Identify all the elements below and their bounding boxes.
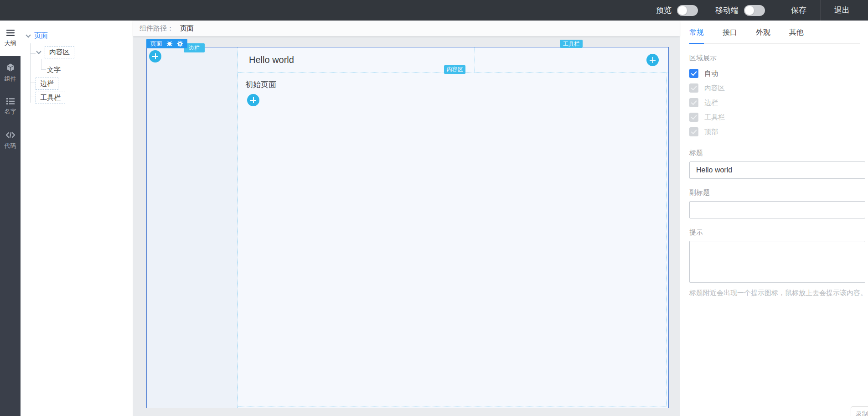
record-button[interactable]: 录制 <box>851 406 868 416</box>
tab-api[interactable]: 接口 <box>723 28 737 37</box>
title-field-label: 标题 <box>689 149 860 157</box>
code-icon <box>5 131 16 139</box>
inspector-panel: 常规 接口 外观 其他 区域展示 自动 内容区 边栏 工具栏 <box>680 21 868 416</box>
tree-node-label[interactable]: 工具栏 <box>36 92 65 104</box>
breadcrumb-label: 组件路径： <box>140 24 174 33</box>
tree-node-text[interactable]: 文字 <box>46 64 62 76</box>
sidebar-tag-label: 边栏 <box>189 44 200 52</box>
checkbox-label: 内容区 <box>704 84 725 93</box>
checkbox-row-sidebar: 边栏 <box>689 98 860 107</box>
tree-node-page[interactable]: 页面 <box>26 31 48 40</box>
header-toolbar-divider <box>475 47 475 73</box>
tree-node-label[interactable]: 边栏 <box>36 78 58 90</box>
tip-help-text: 标题附近会出现一个提示图标，鼠标放上去会提示该内容。 <box>689 287 867 298</box>
tree-connector <box>30 97 36 97</box>
checkbox-label: 边栏 <box>704 99 718 107</box>
page-content-region[interactable]: 初始页面 <box>238 73 666 406</box>
tree-node-label[interactable]: 文字 <box>46 64 62 76</box>
tip-field-label: 提示 <box>689 228 860 237</box>
preview-toggle-label: 预览 <box>656 5 672 16</box>
mobile-toggle[interactable] <box>744 5 765 16</box>
tree-node-toolbar[interactable]: 工具栏 <box>36 92 65 104</box>
component-tree-panel: 页面 内容区 文字 边栏 工具栏 <box>21 21 133 416</box>
title-input[interactable] <box>689 161 865 179</box>
checkbox-row-content-area: 内容区 <box>689 83 860 93</box>
checkbox-row-top: 顶部 <box>689 127 860 136</box>
breadcrumb-page-link[interactable]: 页面 <box>180 24 194 33</box>
save-button[interactable]: 保存 <box>777 0 820 21</box>
outline-icon <box>6 29 15 36</box>
rail-item-label: 组件 <box>5 75 16 83</box>
tree-connector <box>30 83 36 83</box>
tab-general[interactable]: 常规 <box>689 28 704 37</box>
page-frame[interactable]: Hello world 初始页面 <box>146 47 669 408</box>
components-icon <box>6 63 15 72</box>
rail-item-components[interactable]: 组件 <box>0 56 21 90</box>
tree-node-content-area[interactable]: 内容区 <box>37 46 74 58</box>
app-root: 预览 移动端 保存 退出 大纲 组件 名字 <box>0 0 868 416</box>
subtitle-input[interactable] <box>689 201 865 218</box>
add-component-button-sidebar[interactable] <box>149 50 161 62</box>
bug-icon[interactable] <box>166 41 173 47</box>
exit-button[interactable]: 退出 <box>821 0 863 21</box>
checkbox-row-toolbar: 工具栏 <box>689 113 860 122</box>
inspector-tabs: 常规 接口 外观 其他 <box>689 28 860 44</box>
preview-toggle[interactable] <box>677 5 698 16</box>
page-sidebar-region[interactable] <box>147 47 238 408</box>
add-component-button-toolbar[interactable] <box>646 54 659 66</box>
mobile-toggle-label: 移动端 <box>715 5 739 16</box>
toolbar-region-tag[interactable]: 工具栏 <box>560 40 583 48</box>
content-region-tag[interactable]: 内容区 <box>444 65 465 74</box>
breadcrumb: 组件路径： 页面 <box>133 21 680 36</box>
page-tag-label: 页面 <box>150 40 162 48</box>
tree-connector <box>30 53 36 54</box>
left-icon-rail: 大纲 组件 名字 代码 <box>0 21 21 416</box>
checkbox-disabled-icon <box>689 113 698 122</box>
add-component-button-content[interactable] <box>247 94 259 106</box>
tip-textarea[interactable] <box>689 241 865 283</box>
checkbox-disabled-icon <box>689 127 698 136</box>
canvas: 组件路径： 页面 页面 边栏 工具栏 内容区 H <box>133 21 680 416</box>
chevron-down-icon[interactable] <box>26 32 31 37</box>
rail-item-label: 代码 <box>5 142 16 150</box>
topbar: 预览 移动端 保存 退出 <box>0 0 868 21</box>
content-tag-label: 内容区 <box>447 66 463 73</box>
toggle-knob <box>678 6 687 15</box>
page-component-tag[interactable]: 页面 <box>146 39 187 48</box>
checkbox-label: 工具栏 <box>704 113 725 122</box>
rail-item-label: 大纲 <box>5 39 16 47</box>
tree-node-label[interactable]: 内容区 <box>45 46 74 58</box>
tree-connector <box>41 59 41 69</box>
checkbox-checked-icon[interactable] <box>689 69 698 78</box>
settings-icon[interactable] <box>177 41 183 47</box>
tree-connector <box>41 69 46 70</box>
toggle-knob <box>745 6 754 15</box>
rail-item-names[interactable]: 名字 <box>0 90 21 124</box>
section-region-display: 区域展示 <box>689 54 860 62</box>
checkbox-label: 顶部 <box>704 128 718 136</box>
toolbar-tag-label: 工具栏 <box>563 40 579 48</box>
checkbox-row-auto[interactable]: 自动 <box>689 69 860 78</box>
checkbox-label: 自动 <box>704 69 718 78</box>
page-title[interactable]: Hello world <box>238 55 294 65</box>
chevron-down-icon[interactable] <box>36 49 41 54</box>
rail-item-outline[interactable]: 大纲 <box>0 21 21 56</box>
tab-other[interactable]: 其他 <box>789 28 804 37</box>
tab-appearance[interactable]: 外观 <box>756 28 770 37</box>
tree-node-sidebar[interactable]: 边栏 <box>36 78 58 90</box>
rail-item-label: 名字 <box>5 108 16 116</box>
names-icon <box>6 98 15 105</box>
checkbox-disabled-icon <box>689 83 698 93</box>
tree-node-label[interactable]: 页面 <box>34 31 48 40</box>
region-display-options: 自动 内容区 边栏 工具栏 顶部 <box>689 69 860 136</box>
checkbox-disabled-icon <box>689 98 698 107</box>
content-text[interactable]: 初始页面 <box>245 79 276 90</box>
rail-item-code[interactable]: 代码 <box>0 124 21 157</box>
tree-connector <box>30 43 31 103</box>
subtitle-field-label: 副标题 <box>689 188 860 197</box>
